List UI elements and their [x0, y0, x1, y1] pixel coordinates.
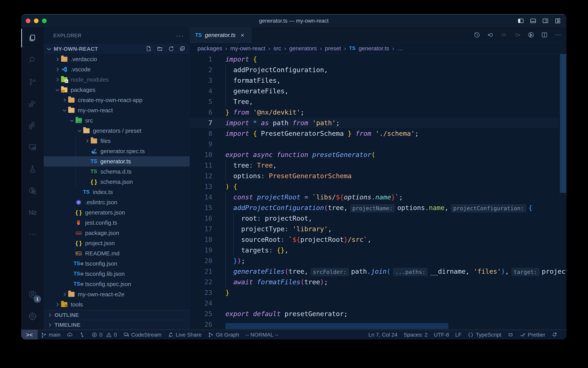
- nx-console-icon[interactable]: N≥: [21, 202, 44, 223]
- tree-item-schema-d-ts[interactable]: TSschema.d.ts: [44, 166, 190, 177]
- open-changes-icon[interactable]: [487, 31, 494, 39]
- prev-change-icon[interactable]: [500, 31, 508, 39]
- code-line-2: addProjectConfiguration,: [225, 64, 328, 75]
- tree-item-my-own-react-e2e[interactable]: my-own-react-e2e: [44, 289, 190, 299]
- file-icon-folder-open-tan: [67, 106, 75, 114]
- tree-item-generators-json[interactable]: { }generators.json: [44, 207, 190, 218]
- remote-indicator[interactable]: ><: [21, 330, 38, 340]
- status-lf[interactable]: LF: [452, 330, 465, 340]
- svg-text:npm: npm: [77, 232, 81, 234]
- search-icon[interactable]: [21, 49, 44, 71]
- account-icon[interactable]: 1: [21, 283, 44, 305]
- status-prettier[interactable]: Prettier: [517, 330, 548, 340]
- collapse-all-icon[interactable]: [179, 46, 185, 53]
- code-line-1: import {: [225, 54, 257, 64]
- status-codestream[interactable]: CodeStream: [120, 330, 165, 340]
- panel-bottom-icon[interactable]: [530, 18, 536, 24]
- outline-section[interactable]: OUTLINE: [44, 310, 190, 320]
- tree-item-node-modules[interactable]: jsnode_modules: [44, 74, 190, 85]
- vscode-window: generator.ts — my-own-react N≥1 EXPLORER…: [21, 14, 566, 340]
- breadcrumb-item[interactable]: …: [397, 45, 403, 52]
- new-folder-icon[interactable]: [157, 46, 163, 53]
- split-editor-icon[interactable]: [541, 31, 548, 39]
- tree-item-packages[interactable]: packages: [44, 85, 190, 95]
- code-editor[interactable]: 1234567891011121314151617181920212223242…: [190, 54, 566, 330]
- breadcrumb-item[interactable]: src: [273, 45, 281, 52]
- refresh-icon[interactable]: [168, 46, 174, 53]
- close-tab-icon[interactable]: ×: [241, 31, 245, 39]
- debug-icon[interactable]: [21, 92, 44, 114]
- breadcrumb-item[interactable]: preset: [325, 45, 341, 52]
- vertical-scrollbar[interactable]: [560, 54, 566, 193]
- timeline-history-icon[interactable]: [474, 31, 481, 39]
- gitlens-icon[interactable]: [21, 180, 44, 202]
- horizontal-scrollbar[interactable]: [225, 323, 448, 329]
- workspace-section-header[interactable]: MY-OWN-REACT: [44, 44, 190, 54]
- double-check-icon: [520, 332, 526, 338]
- status-main[interactable]: main: [38, 330, 64, 340]
- tree-item-files[interactable]: files: [44, 136, 190, 146]
- tree-item-tsconfig-lib-json[interactable]: TS⚙tsconfig.lib.json: [44, 269, 190, 279]
- breadcrumb-item[interactable]: packages: [197, 45, 222, 52]
- tree-item-tools[interactable]: ⚒tools: [44, 299, 190, 310]
- more-icon[interactable]: [21, 223, 44, 245]
- tree-item-generator-ts[interactable]: TSgenerator.ts: [44, 156, 190, 166]
- status-live-share[interactable]: Live Share: [165, 330, 205, 340]
- tree-item-generator-spec-ts[interactable]: TSgenerator.spec.ts: [44, 146, 190, 156]
- tree-item-readme-md[interactable]: README.md: [44, 248, 190, 258]
- line-number: 19: [190, 245, 212, 256]
- testing-icon[interactable]: [21, 158, 44, 180]
- gitlens-graph-icon[interactable]: [527, 31, 535, 39]
- code-line-10: export async function presetGenerator(: [225, 149, 375, 160]
- explorer-more-icon[interactable]: ···: [176, 34, 184, 37]
- tree-item-index-ts[interactable]: TSindex.ts: [44, 187, 190, 197]
- tree-item--eslintrc-json[interactable]: .eslintrc.json: [44, 197, 190, 207]
- breadcrumb-item[interactable]: my-own-react: [230, 45, 265, 52]
- tab-generator-ts[interactable]: TS generator.ts ×: [190, 27, 252, 43]
- status-cloud-upload[interactable]: [64, 330, 76, 340]
- layout-customize-icon[interactable]: [554, 18, 561, 24]
- tree-item--vscode[interactable]: .vscode: [44, 64, 190, 74]
- code-line-13: ) {: [225, 181, 237, 192]
- status-spaces-2[interactable]: Spaces: 2: [401, 330, 431, 340]
- status-0[interactable]: 00: [88, 330, 120, 340]
- more-actions-icon[interactable]: [554, 31, 562, 39]
- status-bell-dot[interactable]: [548, 330, 561, 340]
- status-utf-8[interactable]: UTF-8: [430, 330, 452, 340]
- extensions-icon[interactable]: [21, 114, 44, 136]
- tree-item-create-my-own-react-app[interactable]: create-my-own-react-app: [44, 95, 190, 105]
- tree-item--verdaccio[interactable]: .verdaccio: [44, 54, 190, 64]
- file-icon-folder-tan: [90, 137, 98, 145]
- status-git-commit[interactable]: [76, 330, 88, 340]
- status-git-graph[interactable]: Git Graph: [205, 330, 242, 340]
- tree-item-jest-config-ts[interactable]: jest.config.ts: [44, 218, 190, 228]
- tree-item-tsconfig-json[interactable]: TS⚙tsconfig.json: [44, 258, 190, 269]
- breadcrumb-item[interactable]: generator.ts: [359, 45, 389, 52]
- status-octoface[interactable]: [504, 330, 517, 340]
- new-file-icon[interactable]: [146, 46, 152, 53]
- status-ln-7-col-24[interactable]: Ln 7, Col 24: [365, 330, 401, 340]
- files-icon[interactable]: [21, 27, 44, 49]
- tree-item-tsconfig-spec-json[interactable]: TS⚙tsconfig.spec.json: [44, 279, 190, 289]
- remote-explorer-icon[interactable]: [21, 136, 44, 158]
- tree-item-src[interactable]: <>src: [44, 115, 190, 126]
- breadcrumb-separator: ›: [320, 45, 322, 52]
- code-line-12: options: PresetGeneratorSchema: [225, 171, 351, 181]
- timeline-section[interactable]: TIMELINE: [44, 320, 190, 330]
- settings-gear-icon[interactable]: [21, 305, 44, 327]
- breadcrumb-item[interactable]: generators: [289, 45, 317, 52]
- file-icon-folder-open-pkg: [60, 86, 68, 94]
- status-typescript[interactable]: TypeScript: [465, 330, 504, 340]
- git-branch-icon: [41, 332, 47, 338]
- tree-item-my-own-react[interactable]: my-own-react: [44, 105, 190, 115]
- source-control-icon[interactable]: [21, 71, 44, 92]
- line-number: 17: [190, 224, 212, 234]
- status--normal-[interactable]: -- NORMAL --: [242, 330, 281, 340]
- next-change-icon[interactable]: [514, 31, 521, 39]
- tree-item-package-json[interactable]: npmpackage.json: [44, 228, 190, 238]
- sidebar-right-icon[interactable]: [542, 18, 549, 24]
- sidebar-left-icon[interactable]: [518, 18, 524, 24]
- tree-item-generators-preset[interactable]: generators / preset: [44, 126, 190, 136]
- tree-item-schema-json[interactable]: { }schema.json: [44, 177, 190, 187]
- tree-item-project-json[interactable]: { }project.json: [44, 238, 190, 248]
